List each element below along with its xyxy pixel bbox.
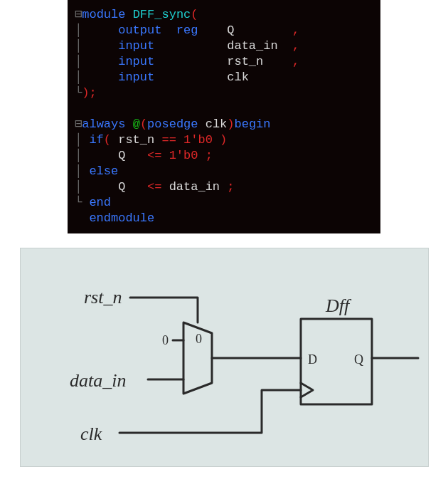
- diagram-svg: rst_n data_in clk Dff 0 0 D Q: [20, 248, 429, 467]
- verilog-code-block: ⊟module DFF_sync( │ output reg Q , │ inp…: [68, 0, 380, 233]
- semi-2: ;: [206, 149, 213, 162]
- kw-module: module: [82, 8, 125, 21]
- lparen-3: (: [104, 133, 111, 147]
- module-name: DFF_sync: [133, 8, 191, 21]
- wire-clk: [119, 390, 301, 433]
- kw-end: end: [89, 196, 111, 209]
- comma-2: ,: [292, 39, 299, 53]
- label-clk: clk: [80, 424, 102, 444]
- nb-2: <=: [147, 180, 161, 194]
- nb-1: <=: [147, 149, 161, 162]
- kw-input-1: input: [118, 39, 154, 53]
- label-data-in: data_in: [70, 370, 126, 391]
- label-rst-n: rst_n: [84, 287, 122, 308]
- label-zero-sel: 0: [196, 332, 202, 346]
- lparen: (: [191, 8, 198, 21]
- kw-output: output: [118, 23, 161, 37]
- kw-input-2: input: [118, 55, 154, 68]
- port-clk: clk: [227, 70, 249, 84]
- at-sym: @: [133, 117, 140, 131]
- kw-begin: begin: [235, 117, 271, 131]
- kw-endmodule: endmodule: [89, 211, 154, 225]
- kw-reg: reg: [176, 23, 198, 37]
- data-in-ref: data_in: [169, 180, 220, 194]
- kw-else: else: [89, 164, 118, 178]
- kw-always: always: [82, 117, 125, 131]
- Q-ref-1: Q: [118, 149, 125, 162]
- code-content: ⊟module DFF_sync( │ output reg Q , │ inp…: [68, 7, 380, 226]
- kw-posedge: posedge: [147, 117, 198, 131]
- rparen-3: ): [220, 133, 227, 147]
- semi-1: ;: [89, 86, 96, 100]
- clock-triangle-icon: [301, 383, 313, 397]
- clk-ref: clk: [206, 117, 228, 131]
- comma-3: ,: [292, 55, 299, 68]
- Q-ref-2: Q: [118, 180, 125, 194]
- rparen: ): [82, 86, 89, 100]
- page-container: ⊟module DFF_sync( │ output reg Q , │ inp…: [0, 0, 448, 467]
- rparen-2: ): [227, 117, 234, 131]
- lparen-2: (: [140, 117, 147, 131]
- eq-op: ==: [161, 133, 176, 147]
- port-Q: Q: [227, 23, 234, 37]
- label-D: D: [308, 352, 317, 367]
- label-zero-top: 0: [162, 333, 169, 347]
- kw-input-3: input: [118, 70, 154, 84]
- lit-1b0-b: 1'b0: [169, 149, 198, 162]
- kw-if: if: [89, 133, 103, 147]
- port-rst-n: rst_n: [227, 55, 263, 68]
- comma-1: ,: [292, 23, 299, 37]
- wire-rst-n: [130, 298, 198, 322]
- label-dff: Dff: [325, 295, 352, 316]
- port-data-in: data_in: [227, 39, 277, 53]
- lit-1b0-a: 1'b0: [183, 133, 213, 147]
- hand-drawn-diagram: rst_n data_in clk Dff 0 0 D Q: [20, 248, 429, 467]
- semi-3: ;: [227, 180, 234, 194]
- label-Q: Q: [354, 352, 363, 367]
- rst-n-ref: rst_n: [118, 133, 154, 147]
